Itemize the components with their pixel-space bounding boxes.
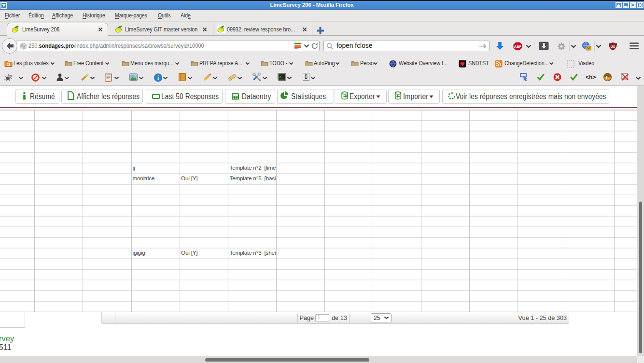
- svg-text:UO: UO: [611, 45, 616, 48]
- svg-text:L: L: [606, 74, 609, 80]
- svg-text:ABP: ABP: [514, 44, 522, 49]
